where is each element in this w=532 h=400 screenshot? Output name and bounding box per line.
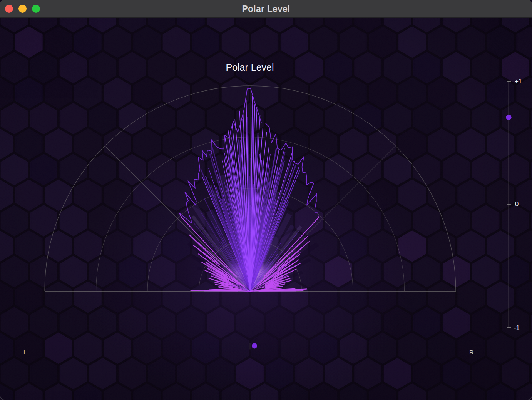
polar-level-scene: Polar Level+10-1LR	[0, 0, 532, 400]
close-button-icon[interactable]	[5, 5, 13, 13]
titlebar[interactable]: Polar Level	[0, 0, 532, 18]
window-title: Polar Level	[0, 0, 532, 18]
gain-slider-label-0: +1	[515, 78, 522, 85]
gain-slider-label-1: 0	[515, 200, 519, 207]
balance-slider-label-0: L	[23, 349, 27, 355]
plugin-window: Polar Level+10-1LR Polar Level	[0, 0, 532, 400]
minimize-button-icon[interactable]	[18, 5, 27, 13]
zoom-button-icon[interactable]	[32, 5, 40, 13]
plot-title: Polar Level	[226, 62, 274, 73]
balance-slider-label-1: R	[469, 349, 473, 355]
traffic-lights	[5, 5, 40, 13]
gain-slider-thumb[interactable]	[506, 115, 511, 120]
gain-slider-label-2: -1	[514, 324, 520, 331]
balance-slider-thumb[interactable]	[252, 343, 257, 349]
